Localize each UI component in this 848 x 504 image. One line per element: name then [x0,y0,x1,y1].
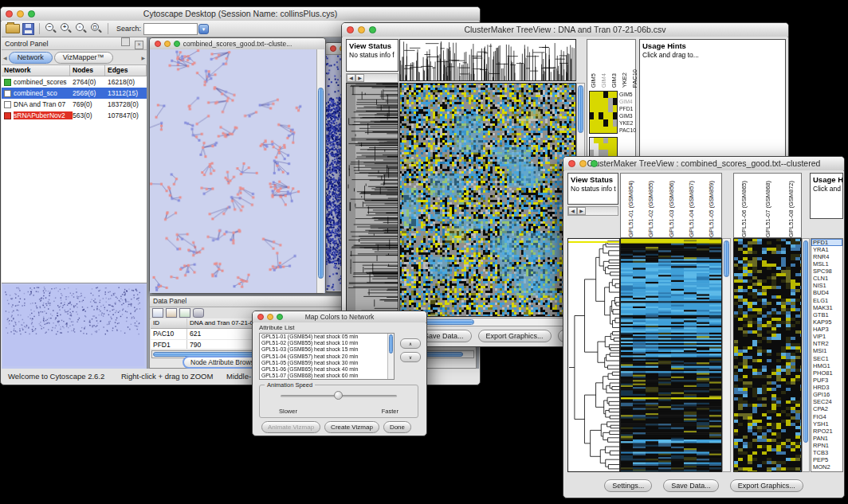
network-tree-row[interactable]: sRNAPuberNov2 563(0) 107847(0) [2,110,147,121]
scroll-right-icon[interactable] [577,207,586,215]
scroll-right-icon[interactable] [355,74,364,82]
maximize-icon[interactable] [369,26,376,33]
column-label[interactable]: GIM3 [610,73,618,88]
tabs-scroll-left-icon[interactable] [3,55,7,61]
gene-label[interactable]: MAK31 [811,304,842,311]
global-heatmap-scrollbar[interactable] [802,238,810,472]
open-file-icon[interactable] [6,22,20,35]
minimize-icon[interactable] [164,41,171,47]
gene-label[interactable]: MSI1 [811,348,842,355]
heatmap-canvas[interactable] [399,83,576,317]
tab[interactable]: Network [9,52,53,64]
tab[interactable]: VizMapper™ [54,52,113,64]
row-label[interactable]: GIM5 [619,91,635,98]
column-label[interactable]: GIM4 [600,73,607,88]
column-label[interactable]: GPL51-06 (GSM865) [740,181,748,237]
status-panel-scrollbar[interactable] [346,73,398,83]
gene-label[interactable]: HRD3 [811,385,842,392]
close-icon[interactable] [6,10,13,18]
column-dendrogram-canvas[interactable] [399,39,576,81]
row-label[interactable]: PFD1 [619,105,635,112]
scroll-left-icon[interactable] [347,74,355,82]
heatmap-vertical-scrollbar[interactable] [722,238,731,472]
column-label[interactable]: GPL51-08 (GSM872) [787,181,795,237]
attribute-list-item[interactable]: GPL51-03 (GSM856) heat shock 15 min [260,346,387,353]
attribute-list-item[interactable]: GPL51-05 (GSM859) heat shock 30 min [260,360,387,366]
gene-label[interactable]: PEP5 [811,457,842,464]
gene-label[interactable]: RPN1 [811,443,842,450]
gene-label[interactable]: PUF3 [811,377,842,384]
network-view-title-bar[interactable]: combined_scores_good.txt--cluste... [150,38,325,50]
create-vizmap-button[interactable]: Create Vizmap [324,421,379,433]
column-label[interactable]: GIM5 [590,73,597,88]
gene-label[interactable]: FIG4 [811,413,842,420]
attribute-list-item[interactable]: GPL51-02 (GSM855) heat shock 10 min [260,340,387,346]
scrollbar-track[interactable] [364,74,398,82]
mini-heatmap-canvas[interactable] [589,91,618,134]
treeview-dna-title-bar[interactable]: ClusterMaker TreeView : DNA and Tran 07-… [342,23,788,37]
close-icon[interactable] [568,160,575,167]
animate-vizmap-button[interactable]: Animate Vizmap [261,421,320,433]
scrollbar-thumb[interactable] [724,240,729,277]
heatmap-canvas[interactable] [620,238,722,472]
gene-label[interactable]: PAN1 [811,435,842,442]
maximize-icon[interactable] [591,160,598,167]
column-header-id[interactable]: ID [151,318,187,328]
gene-label[interactable]: HMG1 [811,362,842,369]
gene-label[interactable]: CLN1 [811,275,842,283]
column-label[interactable]: GPL51-07 (GSM868) [764,181,771,237]
maximize-icon[interactable] [277,314,283,320]
treeview-button[interactable]: Export Graphics... [478,330,552,342]
close-icon[interactable] [347,26,354,33]
gene-label[interactable]: NTR2 [811,341,842,348]
row-dendrogram-canvas[interactable] [567,238,620,472]
column-header-network[interactable]: Network [2,65,70,76]
gene-label[interactable]: GTB1 [811,311,842,318]
gene-label[interactable]: SEC24 [811,399,842,406]
maximize-icon[interactable] [28,10,35,18]
column-header-nodes[interactable]: Nodes [70,65,105,76]
maximize-icon[interactable] [174,41,180,47]
gene-label[interactable]: YSH1 [811,420,842,428]
attribute-list-item[interactable]: GPL51-06 (GSM865) heat shock 40 min [260,366,387,373]
row-label[interactable]: YKE2 [619,119,635,127]
search-dropdown-arrow-icon[interactable] [198,24,209,34]
gene-label[interactable]: GPI16 [811,392,842,399]
column-label[interactable]: GPL51-02 (GSM855) [647,181,654,237]
gene-label[interactable]: SPC98 [811,268,842,275]
slider-thumb[interactable] [334,391,343,400]
network-tree-row[interactable]: combined_sco 2569(6) 13112(15) [2,88,147,99]
column-label[interactable]: PAC10 [631,69,638,88]
column-label[interactable]: GPL51-03 (GSM856) [668,181,675,237]
float-panel-icon[interactable] [121,37,130,46]
gene-label[interactable]: KAP95 [811,318,842,326]
gene-label[interactable]: RPO21 [811,428,842,435]
close-icon[interactable] [155,41,161,47]
scrollbar-track[interactable] [586,207,618,215]
treeview-button[interactable]: Export Graphics... [730,479,803,492]
move-up-button[interactable]: ∧ [400,338,421,349]
network-canvas[interactable] [150,49,316,293]
minimize-icon[interactable] [358,26,365,33]
column-header-edges[interactable]: Edges [105,65,147,76]
gene-label[interactable]: TCB3 [811,450,842,457]
gene-label[interactable]: MON2 [811,464,842,471]
row-label[interactable]: PAC10 [619,127,635,134]
search-input[interactable] [143,23,198,35]
column-label[interactable]: GPL51-04 (GSM857) [688,181,695,237]
column-label[interactable]: GPL51-01 (GSM854) [627,181,634,237]
status-panel-scrollbar[interactable] [567,206,618,216]
close-panel-icon[interactable] [135,41,143,49]
gene-label[interactable]: RNR4 [811,253,842,260]
attribute-list-item[interactable]: GPL51-04 (GSM857) heat shock 20 min [260,354,387,360]
scroll-left-icon[interactable] [568,207,577,215]
treeview-button[interactable]: Save Data... [663,479,719,492]
attribute-list-scrollbar[interactable] [387,334,394,379]
animation-speed-slider[interactable] [281,390,397,401]
network-vertical-scrollbar[interactable] [316,49,324,293]
gene-label[interactable]: PFD1 [811,239,842,246]
save-session-icon[interactable] [22,22,34,35]
gene-label[interactable]: MSL1 [811,260,842,268]
minimize-icon[interactable] [579,160,587,167]
zoom-out-icon[interactable] [45,22,57,35]
